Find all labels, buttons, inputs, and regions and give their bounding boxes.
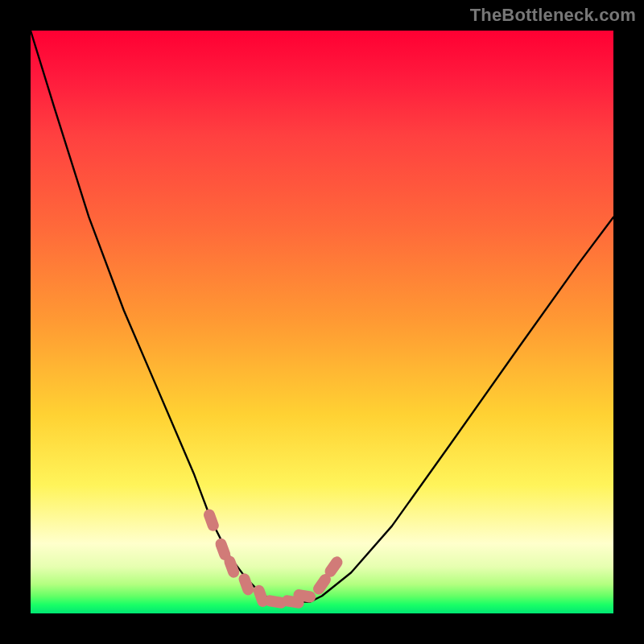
marker-point	[202, 508, 221, 533]
chart-frame: TheBottleneck.com	[0, 0, 644, 644]
curve-svg	[31, 31, 613, 613]
watermark-text: TheBottleneck.com	[470, 5, 636, 26]
plot-area	[31, 31, 613, 613]
bottleneck-curve	[31, 31, 613, 602]
